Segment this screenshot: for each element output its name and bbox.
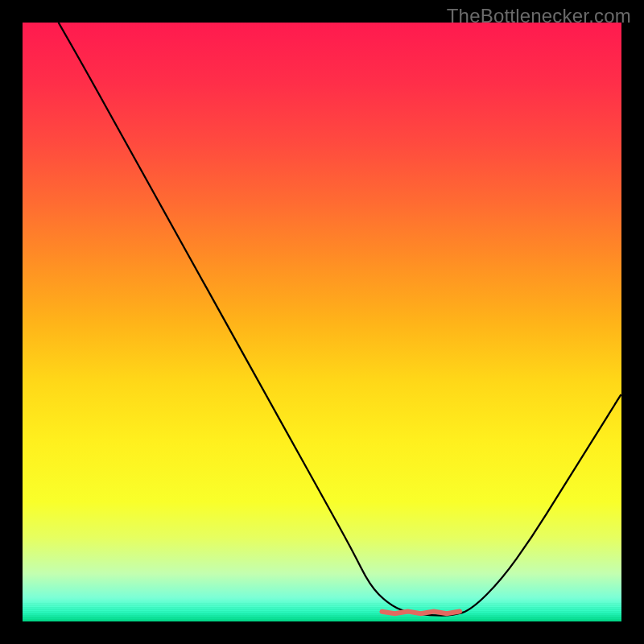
bottleneck-chart <box>23 23 621 621</box>
watermark-text: TheBottlenecker.com <box>447 5 631 27</box>
optimal-range-marker <box>382 611 460 613</box>
plot-frame <box>23 23 621 621</box>
gradient-background <box>23 23 621 621</box>
